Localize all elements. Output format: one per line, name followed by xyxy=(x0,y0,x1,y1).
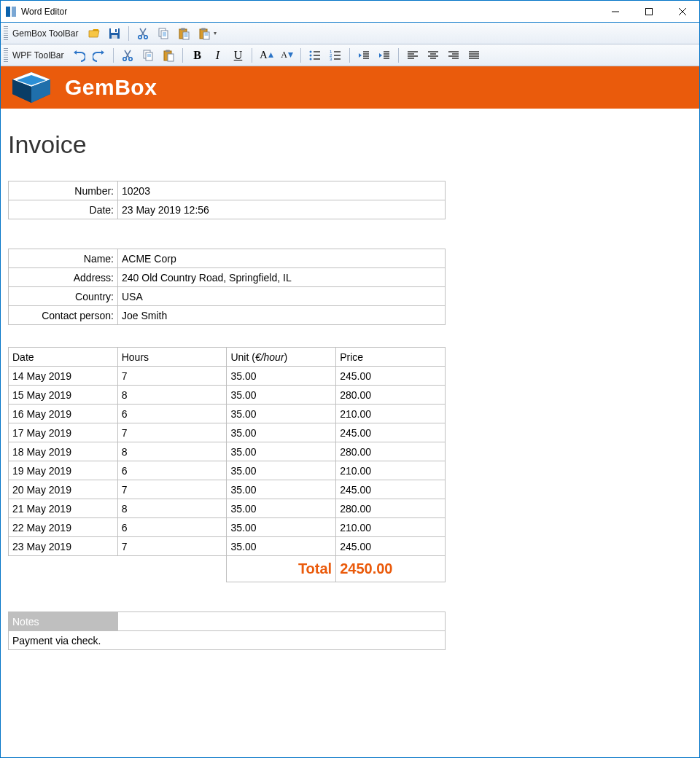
party-contact-value[interactable]: Joe Smith xyxy=(118,306,446,325)
cell-price[interactable]: 210.00 xyxy=(336,461,446,480)
cell-price[interactable]: 280.00 xyxy=(336,499,446,518)
cell-hours[interactable]: 7 xyxy=(117,537,227,556)
cell-price[interactable]: 245.00 xyxy=(336,367,446,386)
numbered-list-button[interactable]: 123 xyxy=(326,47,345,64)
cell-date[interactable]: 18 May 2019 xyxy=(9,442,118,461)
party-country-value[interactable]: USA xyxy=(118,287,446,306)
party-name-label: Name: xyxy=(9,249,118,268)
table-row[interactable]: 17 May 2019735.00245.00 xyxy=(9,423,446,442)
cell-hours[interactable]: 7 xyxy=(117,423,227,442)
gembox-toolbar: GemBox ToolBar ▾ xyxy=(1,23,699,44)
total-row: Total 2450.00 xyxy=(9,556,446,582)
cell-hours[interactable]: 6 xyxy=(117,461,227,480)
svg-rect-7 xyxy=(111,28,118,33)
cell-date[interactable]: 21 May 2019 xyxy=(9,499,118,518)
table-row[interactable]: 14 May 2019735.00245.00 xyxy=(9,367,446,386)
svg-point-37 xyxy=(310,50,312,52)
svg-rect-35 xyxy=(166,50,170,52)
meta-date-value[interactable]: 23 May 2019 12:56 xyxy=(118,200,446,219)
cell-date[interactable]: 20 May 2019 xyxy=(9,480,118,499)
party-table: Name:ACME Corp Address:240 Old Country R… xyxy=(8,249,446,325)
increase-font-button[interactable]: A xyxy=(257,47,276,64)
paste-special-caret-icon[interactable]: ▾ xyxy=(214,30,219,36)
increase-indent-button[interactable] xyxy=(375,47,394,64)
table-row[interactable]: 20 May 2019735.00245.00 xyxy=(9,480,446,499)
copy-button[interactable] xyxy=(154,25,173,42)
align-left-button[interactable] xyxy=(403,47,422,64)
paste-button[interactable] xyxy=(159,47,178,64)
cell-unit[interactable]: 35.00 xyxy=(227,461,336,480)
cell-hours[interactable]: 8 xyxy=(117,499,227,518)
svg-rect-1 xyxy=(12,7,16,17)
bullet-list-button[interactable] xyxy=(306,47,324,64)
decrease-font-button[interactable]: A xyxy=(277,47,296,64)
cell-hours[interactable]: 8 xyxy=(117,442,227,461)
svg-rect-18 xyxy=(181,28,185,30)
table-row[interactable]: 23 May 2019735.00245.00 xyxy=(9,537,446,556)
window-close-button[interactable] xyxy=(666,1,699,23)
italic-button[interactable]: I xyxy=(208,47,227,64)
undo-button[interactable] xyxy=(69,47,88,64)
cell-price[interactable]: 245.00 xyxy=(336,423,446,442)
cell-hours[interactable]: 6 xyxy=(117,518,227,537)
notes-text[interactable]: Payment via check. xyxy=(9,631,446,650)
paste-button[interactable] xyxy=(174,25,193,42)
cell-date[interactable]: 15 May 2019 xyxy=(9,386,118,405)
table-row[interactable]: 18 May 2019835.00280.00 xyxy=(9,442,446,461)
align-justify-button[interactable] xyxy=(464,47,483,64)
party-address-value[interactable]: 240 Old Country Road, Springfield, IL xyxy=(118,268,446,287)
cut-button[interactable] xyxy=(118,47,137,64)
cell-unit[interactable]: 35.00 xyxy=(227,442,336,461)
cell-unit[interactable]: 35.00 xyxy=(227,423,336,442)
align-center-button[interactable] xyxy=(424,47,443,64)
cell-unit[interactable]: 35.00 xyxy=(227,480,336,499)
cell-hours[interactable]: 7 xyxy=(117,480,227,499)
cell-unit[interactable]: 35.00 xyxy=(227,518,336,537)
toolbar-grip[interactable] xyxy=(4,26,8,41)
align-right-button[interactable] xyxy=(444,47,463,64)
bold-button[interactable]: B xyxy=(187,47,206,64)
copy-button[interactable] xyxy=(139,47,158,64)
paste-special-button[interactable] xyxy=(195,25,214,42)
cell-unit[interactable]: 35.00 xyxy=(227,367,336,386)
cell-date[interactable]: 17 May 2019 xyxy=(9,423,118,442)
table-row: Name:ACME Corp xyxy=(9,249,446,268)
cell-date[interactable]: 19 May 2019 xyxy=(9,461,118,480)
cell-price[interactable]: 210.00 xyxy=(336,405,446,423)
svg-rect-36 xyxy=(168,54,174,61)
cell-date[interactable]: 16 May 2019 xyxy=(9,405,118,423)
cell-hours[interactable]: 8 xyxy=(117,386,227,405)
window-maximize-button[interactable] xyxy=(632,1,666,23)
cell-date[interactable]: 22 May 2019 xyxy=(9,518,118,537)
table-row[interactable]: 15 May 2019835.00280.00 xyxy=(9,386,446,405)
party-name-value[interactable]: ACME Corp xyxy=(118,249,446,268)
cell-hours[interactable]: 6 xyxy=(117,405,227,423)
cell-hours[interactable]: 7 xyxy=(117,367,227,386)
cell-date[interactable]: 14 May 2019 xyxy=(9,367,118,386)
cell-price[interactable]: 280.00 xyxy=(336,442,446,461)
cell-price[interactable]: 245.00 xyxy=(336,480,446,499)
redo-button[interactable] xyxy=(90,47,109,64)
window-minimize-button[interactable] xyxy=(599,1,632,23)
cell-unit[interactable]: 35.00 xyxy=(227,386,336,405)
cell-price[interactable]: 245.00 xyxy=(336,537,446,556)
table-row[interactable]: 16 May 2019635.00210.00 xyxy=(9,405,446,423)
cell-unit[interactable]: 35.00 xyxy=(227,499,336,518)
cell-unit[interactable]: 35.00 xyxy=(227,405,336,423)
cut-button[interactable] xyxy=(133,25,152,42)
document-area[interactable]: GemBox Invoice Number: 10203 Date: 23 Ma… xyxy=(1,66,699,657)
cell-price[interactable]: 210.00 xyxy=(336,518,446,537)
decrease-indent-button[interactable] xyxy=(354,47,373,64)
cell-date[interactable]: 23 May 2019 xyxy=(9,537,118,556)
table-row[interactable]: 21 May 2019835.00280.00 xyxy=(9,499,446,518)
toolbar-grip[interactable] xyxy=(4,48,8,63)
table-row[interactable]: 19 May 2019635.00210.00 xyxy=(9,461,446,480)
table-row: Address:240 Old Country Road, Springfiel… xyxy=(9,268,446,287)
save-button[interactable] xyxy=(105,25,124,42)
meta-number-value[interactable]: 10203 xyxy=(118,181,446,200)
cell-price[interactable]: 280.00 xyxy=(336,386,446,405)
table-row[interactable]: 22 May 2019635.00210.00 xyxy=(9,518,446,537)
open-button[interactable] xyxy=(85,25,104,42)
underline-button[interactable]: U xyxy=(228,47,247,64)
cell-unit[interactable]: 35.00 xyxy=(227,537,336,556)
